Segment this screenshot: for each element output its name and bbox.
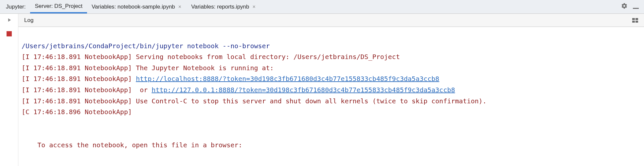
tool-window-title: Jupyter: [6, 4, 30, 10]
tab-label: Variables: reports.ipynb [191, 4, 249, 10]
tool-window-tabs: Jupyter: Server: DS_ProjectVariables: no… [0, 0, 644, 14]
log-link[interactable]: http://localhost:8888/?token=30d198c3fb6… [136, 75, 439, 83]
stop-icon[interactable] [7, 31, 12, 36]
log-line-prefix: [I 17:46:18.891 NotebookApp] [22, 75, 136, 83]
gear-icon[interactable] [621, 3, 628, 11]
tab-log[interactable]: Log [24, 17, 33, 24]
log-line-pretext: or [140, 86, 152, 94]
log-link[interactable]: http://127.0.0.1:8888/?token=30d198c3fb6… [152, 86, 455, 94]
run-gutter [0, 14, 18, 166]
console-subtabs: Log [18, 14, 644, 27]
log-line: [I 17:46:18.891 NotebookApp] http://loca… [22, 73, 641, 85]
log-line-text: Serving notebooks from local directory: … [136, 53, 400, 61]
minimize-icon[interactable] [633, 5, 639, 9]
run-icon[interactable] [6, 17, 12, 25]
log-command: /Users/jetbrains/CondaProject/bin/jupyte… [22, 42, 270, 50]
tab-2[interactable]: Variables: reports.ipynb× [187, 0, 261, 13]
log-line: [I 17:46:18.891 NotebookApp] Use Control… [22, 96, 641, 107]
log-line-prefix: [I 17:46:18.891 NotebookApp] [22, 86, 140, 94]
tab-1[interactable]: Variables: notebook-sample.ipynb× [87, 0, 187, 13]
log-line: [C 17:46:18.896 NotebookApp] [22, 107, 641, 118]
layout-icon[interactable] [632, 18, 638, 23]
log-line-prefix: [I 17:46:18.891 NotebookApp] [22, 53, 136, 61]
log-line: [I 17:46:18.891 NotebookApp] The Jupyter… [22, 63, 641, 74]
log-line-prefix: [C 17:46:18.896 NotebookApp] [22, 108, 132, 116]
tab-label: Variables: notebook-sample.ipynb [92, 4, 175, 10]
close-icon[interactable]: × [252, 4, 256, 10]
log-trailer: To access the notebook, open this file i… [22, 141, 242, 149]
log-line: [I 17:46:18.891 NotebookApp] Serving not… [22, 52, 641, 63]
log-blank-line [22, 130, 26, 138]
close-icon[interactable]: × [178, 4, 182, 10]
log-line: [I 17:46:18.891 NotebookApp] or http://1… [22, 85, 641, 96]
tab-0[interactable]: Server: DS_Project [30, 0, 87, 13]
log-line-text: Use Control-C to stop this server and sh… [136, 97, 487, 105]
tabs-container: Server: DS_ProjectVariables: notebook-sa… [30, 0, 260, 13]
log-line-text: The Jupyter Notebook is running at: [136, 64, 274, 72]
log-output: /Users/jetbrains/CondaProject/bin/jupyte… [18, 27, 644, 166]
log-line-prefix: [I 17:46:18.891 NotebookApp] [22, 64, 136, 72]
log-line-prefix: [I 17:46:18.891 NotebookApp] [22, 97, 136, 105]
tab-label: Server: DS_Project [35, 3, 82, 10]
